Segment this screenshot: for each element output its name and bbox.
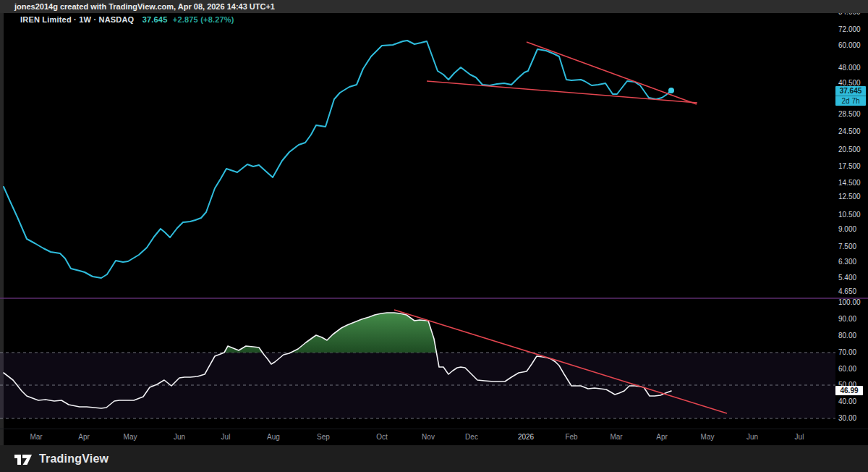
bar-countdown: 2d 7h <box>835 96 866 106</box>
top-credit-bar: jones2014g created with TradingView.com,… <box>0 0 868 13</box>
price-trendline[interactable] <box>427 81 697 103</box>
footer-bar: TradingView <box>0 445 868 472</box>
price-axis[interactable] <box>835 13 868 429</box>
time-axis[interactable] <box>0 429 868 446</box>
legend-last-price: 37.645 <box>142 15 168 24</box>
price-line <box>4 41 671 278</box>
last-price-value: 37.645 <box>835 86 866 96</box>
chart-canvas[interactable] <box>0 0 868 472</box>
symbol-legend[interactable]: IREN Limited · 1W · NASDAQ 37.645 +2.875… <box>20 15 234 24</box>
rsi-value-tag: 46.99 <box>835 386 863 395</box>
symbol-title[interactable]: IREN Limited · 1W · NASDAQ <box>20 15 134 24</box>
legend-change: +2.875 (+8.27%) <box>173 15 234 24</box>
credit-text: jones2014g created with TradingView.com,… <box>14 2 275 11</box>
tradingview-chart-app: jones2014g created with TradingView.com,… <box>0 0 868 472</box>
tradingview-logo-icon[interactable] <box>13 451 33 467</box>
price-trendline[interactable] <box>527 42 697 104</box>
tradingview-brand[interactable]: TradingView <box>39 452 109 465</box>
last-point-marker <box>668 88 674 93</box>
last-price-tag: 37.645 2d 7h <box>835 86 866 106</box>
